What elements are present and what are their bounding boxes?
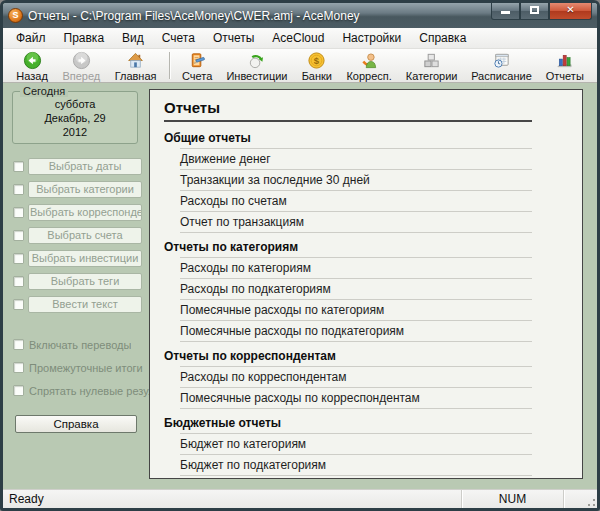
filter-button[interactable]: Выбрать корреспондентов <box>28 204 142 221</box>
filter-checkbox[interactable] <box>13 276 24 287</box>
options-list: Включать переводыПромежуточные итогиСпря… <box>3 333 149 402</box>
svg-text:$: $ <box>314 54 320 65</box>
filter-row: Ввести текст <box>3 293 149 316</box>
option-label: Спрятать нулевые резуль <box>28 385 149 397</box>
toolbar-button-back[interactable]: Назад <box>9 50 55 82</box>
toolbar-button-banks[interactable]: $Банки <box>294 50 339 82</box>
toolbar-label: Банки <box>302 70 332 82</box>
investments-icon <box>247 51 266 70</box>
filter-row: Выбрать инвестиции <box>3 247 149 270</box>
reports-icon <box>555 51 574 70</box>
report-link[interactable]: Расходы по категориям <box>162 258 570 279</box>
close-icon: ✕ <box>566 4 574 15</box>
option-checkbox[interactable] <box>13 385 24 396</box>
report-link[interactable]: Расходы по корреспондентам <box>162 367 570 388</box>
today-date: суббота Декабрь, 29 2012 <box>13 92 137 139</box>
filter-checkbox[interactable] <box>13 230 24 241</box>
toolbar-separator <box>169 52 170 79</box>
report-link[interactable]: Расходы по подкатегориям <box>162 279 570 300</box>
back-icon <box>23 51 42 70</box>
menu-файл[interactable]: Файл <box>7 28 55 48</box>
window-controls: ✕ <box>491 2 592 20</box>
accounts-icon <box>188 51 207 70</box>
page-title: Отчеты <box>162 97 570 120</box>
today-month-day: Декабрь, 29 <box>13 111 137 125</box>
toolbar-button-schedule[interactable]: Расписание <box>464 50 538 82</box>
toolbar: НазадВпередГлавнаяСчетаИнвестиции$БанкиК… <box>3 49 597 83</box>
home-icon <box>126 51 145 70</box>
filter-list: Выбрать датыВыбрать категорииВыбрать кор… <box>3 155 149 316</box>
num-indicator: NUM <box>461 490 563 508</box>
toolbar-button-home[interactable]: Главная <box>108 50 164 82</box>
filter-button[interactable]: Выбрать инвестиции <box>28 250 142 267</box>
toolbar-button-categories[interactable]: Категории <box>399 50 464 82</box>
report-link[interactable]: Транзакции за последние 30 дней <box>162 170 570 191</box>
toolbar-label: Счета <box>182 70 212 82</box>
menu-отчеты[interactable]: Отчеты <box>204 28 263 48</box>
help-button[interactable]: Справка <box>15 415 137 433</box>
report-link[interactable]: Движение денег <box>162 149 570 170</box>
filter-checkbox[interactable] <box>13 207 24 218</box>
option-checkbox[interactable] <box>13 362 24 373</box>
payees-icon <box>360 51 379 70</box>
filter-checkbox[interactable] <box>13 184 24 195</box>
option-row: Спрятать нулевые резуль <box>3 379 149 402</box>
filter-row: Выбрать категории <box>3 178 149 201</box>
toolbar-label: Назад <box>16 70 48 82</box>
app-logo-icon: S <box>8 8 23 23</box>
filter-button[interactable]: Выбрать счета <box>28 227 142 244</box>
menu-счета[interactable]: Счета <box>153 28 204 48</box>
section-header: Общие отчеты <box>162 124 570 149</box>
forward-icon <box>72 51 91 70</box>
toolbar-label: Вперед <box>62 70 100 82</box>
app-window: S Отчеты - C:\Program Files\AceMoney\CWE… <box>0 0 600 511</box>
option-checkbox[interactable] <box>13 339 24 350</box>
title-rule <box>164 120 532 122</box>
sidebar: Сегодня суббота Декабрь, 29 2012 Выбрать… <box>3 83 149 489</box>
menu-вид[interactable]: Вид <box>113 28 153 48</box>
toolbar-button-investments[interactable]: Инвестиции <box>220 50 295 82</box>
toolbar-button-reports[interactable]: Отчеты <box>539 50 591 82</box>
section-header: Отчеты по корреспондентам <box>162 342 570 367</box>
report-link[interactable]: Помесячные расходы по корреспондентам <box>162 388 570 409</box>
report-link[interactable]: Отчет по транзакциям <box>162 212 570 233</box>
toolbar-button-accounts[interactable]: Счета <box>175 50 220 82</box>
minimize-icon <box>501 11 510 14</box>
report-link[interactable]: Бюджет по подкатегориям <box>162 455 570 476</box>
menu-acecloud[interactable]: AceCloud <box>263 28 333 48</box>
today-panel: Сегодня суббота Декабрь, 29 2012 <box>12 91 138 144</box>
filter-button[interactable]: Ввести текст <box>28 296 142 313</box>
schedule-icon <box>492 51 511 70</box>
maximize-button[interactable] <box>520 2 549 20</box>
option-row: Промежуточные итоги <box>3 356 149 379</box>
report-link[interactable]: Бюджет по категориям <box>162 434 570 455</box>
toolbar-label: Инвестиции <box>226 70 287 82</box>
filter-checkbox[interactable] <box>13 299 24 310</box>
minimize-button[interactable] <box>491 2 520 20</box>
statusbar: Ready NUM <box>3 489 597 508</box>
filter-checkbox[interactable] <box>13 253 24 264</box>
report-link[interactable]: Помесячные расходы по подкатегориям <box>162 321 570 342</box>
filter-button[interactable]: Выбрать даты <box>28 158 142 175</box>
close-button[interactable]: ✕ <box>549 2 592 20</box>
filter-button[interactable]: Выбрать теги <box>28 273 142 290</box>
menu-правка[interactable]: Правка <box>55 28 114 48</box>
status-text: Ready <box>3 492 461 506</box>
titlebar[interactable]: S Отчеты - C:\Program Files\AceMoney\CWE… <box>3 3 597 28</box>
report-link[interactable]: Расходы по счетам <box>162 191 570 212</box>
toolbar-button-payees[interactable]: Корресп. <box>339 50 399 82</box>
toolbar-label: Категории <box>406 70 458 82</box>
categories-icon <box>422 51 441 70</box>
resize-grip[interactable] <box>584 495 596 507</box>
client-area: Сегодня суббота Декабрь, 29 2012 Выбрать… <box>3 83 597 489</box>
filter-button[interactable]: Выбрать категории <box>28 181 142 198</box>
menu-справка[interactable]: Справка <box>410 28 475 48</box>
option-label: Включать переводы <box>28 339 131 351</box>
report-link[interactable]: Помесячные расходы по категориям <box>162 300 570 321</box>
filter-checkbox[interactable] <box>13 161 24 172</box>
section-header: Бюджетные отчеты <box>162 409 570 434</box>
filter-row: Выбрать даты <box>3 155 149 178</box>
today-weekday: суббота <box>13 97 137 111</box>
menu-настройки[interactable]: Настройки <box>333 28 410 48</box>
toolbar-label: Расписание <box>471 70 532 82</box>
